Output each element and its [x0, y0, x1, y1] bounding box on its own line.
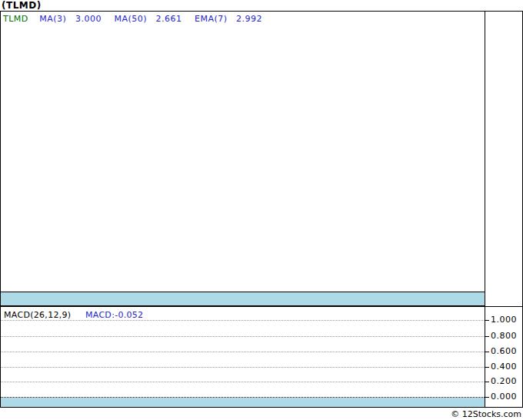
chart-frame: TLMD MA(3) 3.000 MA(50) 2.661 EMA(7) 2.9… — [0, 11, 523, 408]
copyright-link[interactable]: © 12Stocks.com — [0, 408, 521, 420]
tick-mark-icon — [485, 336, 489, 337]
tick-mark-icon — [485, 382, 489, 382]
price-axis-gutter — [485, 12, 522, 306]
ma50-label: MA(50) — [114, 14, 147, 24]
ema7-value: 2.992 — [236, 14, 262, 24]
price-plot-empty-area — [1, 24, 485, 292]
macd-value-label: MACD:-0.052 — [85, 310, 143, 320]
macd-bottom-strip — [1, 398, 485, 407]
gridline-0.200 — [1, 382, 485, 382]
y-axis-tick: 1.000 — [485, 315, 517, 325]
ticker-symbol: TLMD — [3, 14, 28, 24]
y-axis-tick: 0.200 — [485, 376, 517, 386]
macd-params-label: MACD(26,12,9) — [4, 310, 71, 320]
y-axis-tick: 0.600 — [485, 346, 517, 356]
y-tick-label: 0.600 — [491, 346, 517, 356]
y-axis-tick: 0.400 — [485, 362, 517, 372]
gridline-0.400 — [1, 367, 485, 368]
y-tick-label: 0.400 — [491, 362, 517, 372]
tick-mark-icon — [485, 352, 489, 352]
macd-axis-gutter: 1.000 0.800 0.600 0.400 0.200 0.000 — [485, 307, 522, 407]
y-axis-tick: 0.000 — [485, 392, 517, 402]
macd-panel: MACD(26,12,9) MACD:-0.052 1.000 0.800 0.… — [1, 307, 522, 407]
price-plot-area: TLMD MA(3) 3.000 MA(50) 2.661 EMA(7) 2.9… — [1, 12, 485, 306]
y-tick-label: 1.000 — [491, 315, 517, 325]
macd-legend: MACD(26,12,9) MACD:-0.052 — [4, 310, 143, 320]
page-title: (TLMD) — [2, 0, 42, 11]
y-tick-label: 0.000 — [491, 392, 517, 402]
volume-strip — [1, 292, 485, 306]
y-axis-tick: 0.800 — [485, 331, 517, 341]
gridline-0.800 — [1, 336, 485, 337]
y-tick-label: 0.200 — [491, 376, 517, 386]
ema7-label: EMA(7) — [195, 14, 228, 24]
tick-mark-icon — [485, 320, 489, 321]
ma3-label: MA(3) — [39, 14, 66, 24]
price-panel: TLMD MA(3) 3.000 MA(50) 2.661 EMA(7) 2.9… — [1, 12, 522, 307]
ma3-value: 3.000 — [75, 14, 102, 24]
gridline-0.600 — [1, 352, 485, 352]
tick-mark-icon — [485, 367, 489, 368]
macd-plot-area: MACD(26,12,9) MACD:-0.052 — [1, 307, 485, 407]
gridline-1.000 — [1, 320, 485, 321]
tick-mark-icon — [485, 397, 489, 398]
price-legend: TLMD MA(3) 3.000 MA(50) 2.661 EMA(7) 2.9… — [1, 12, 485, 24]
ma50-value: 2.661 — [156, 14, 182, 24]
y-tick-label: 0.800 — [491, 331, 517, 341]
